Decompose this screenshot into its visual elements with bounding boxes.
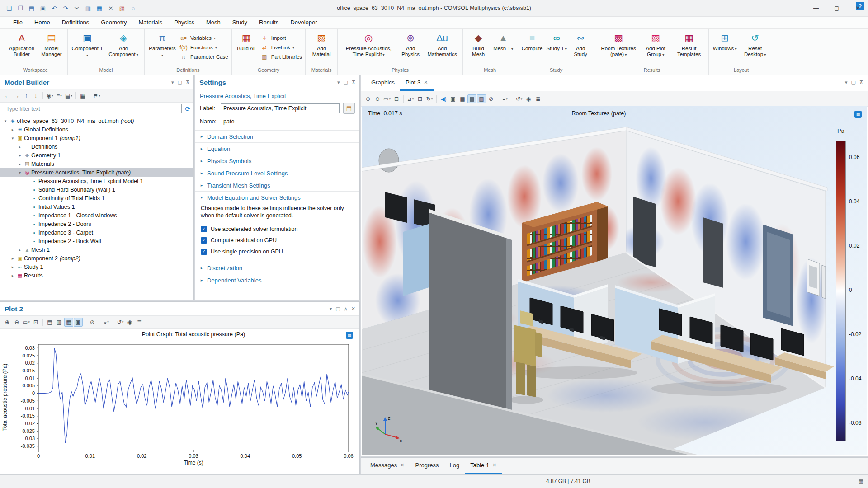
section-header-physics-symbols[interactable]: ▸Physics Symbols (195, 155, 359, 167)
tree-item-impedance-1-closed-windows[interactable]: ▪Impedance 1 - Closed windows (0, 211, 193, 220)
tree-item-component-2[interactable]: ▸▣Component 2(comp2) (0, 254, 193, 263)
ribbon-result-templates-button[interactable]: ▦Result Templates (673, 30, 705, 57)
menu-tab-file[interactable]: File (7, 17, 28, 28)
ribbon-application-builder-button[interactable]: AApplication Builder (7, 30, 37, 57)
menu-tab-mesh[interactable]: Mesh (200, 17, 226, 28)
tree-item-office-space-63-30t0-n4-ma-out-mph[interactable]: ▾◈office_space_63_30T0_N4_ma_out.mph(roo… (0, 117, 193, 125)
menu-tab-materials[interactable]: Materials (132, 17, 168, 28)
ribbon-parameters-button[interactable]: πParameters ▾ (148, 30, 177, 58)
tree-expander-icon[interactable]: ▸ (17, 162, 23, 166)
grid-icon[interactable]: ▦ (64, 318, 73, 327)
move-up-icon[interactable]: ↑ (22, 91, 31, 100)
lock-axes-icon[interactable]: ⊘ (88, 318, 97, 327)
lock-view-icon[interactable]: ⊘ (486, 94, 495, 103)
section-header-dependent-variables[interactable]: ▸Dependent Variables (195, 274, 359, 286)
section-header-discretization[interactable]: ▸Discretization (195, 262, 359, 274)
tab-plot-3[interactable]: Plot 3✕ (400, 75, 433, 91)
ribbon-mesh-1-button[interactable]: ▲Mesh 1 ▾ (493, 30, 514, 52)
save-icon[interactable]: ▤ (26, 3, 37, 14)
rename-button[interactable]: ▤ (343, 103, 355, 114)
ribbon-parameter-case-button[interactable]: πParameter Case (179, 52, 228, 61)
menu-tab-definitions[interactable]: Definitions (56, 17, 95, 28)
name-input[interactable] (221, 117, 296, 126)
section-header-sound-pressure-level-settings[interactable]: ▸Sound Pressure Level Settings (195, 167, 359, 179)
redo-icon[interactable]: ↷ (60, 3, 71, 14)
tree-item-study-1[interactable]: ▸∞Study 1 (0, 263, 193, 271)
zoom-out-icon[interactable]: ⊖ (12, 318, 21, 327)
close-icon[interactable]: ✕ (400, 462, 404, 468)
update-plot-icon[interactable]: ↺▾ (514, 94, 524, 103)
panel-menu-icon[interactable]: ▾ (171, 80, 174, 85)
panel-menu-icon[interactable]: ▾ (330, 306, 332, 312)
tree-item-initial-values-1[interactable]: ▪Initial Values 1 (0, 202, 193, 211)
ribbon-build-mesh-button[interactable]: ◆Build Mesh (466, 30, 491, 57)
menu-tab-geometry[interactable]: Geometry (95, 17, 132, 28)
tree-expander-icon[interactable]: ▸ (17, 145, 23, 149)
graphics-content[interactable]: Time=0.017 s Room Textures (pate) ▦ (362, 106, 867, 455)
section-header-equation[interactable]: ▸Equation (195, 143, 359, 155)
tree-item-impedance-2-brick-wall[interactable]: ▪Impedance 2 - Brick Wall (0, 237, 193, 245)
go-forward-icon[interactable]: → (12, 91, 21, 100)
menu-tab-developer[interactable]: Developer (284, 17, 323, 28)
tree-item-results[interactable]: ▸▦Results (0, 271, 193, 280)
zoom-out-icon[interactable]: ⊖ (373, 94, 382, 103)
panel-pin-icon[interactable]: ⊼ (859, 80, 863, 85)
tree-item-mesh-1[interactable]: ▸▲Mesh 1 (0, 245, 193, 254)
close-icon[interactable]: ✕ (424, 80, 428, 85)
plot-properties-icon[interactable]: ▦ (854, 111, 862, 118)
tree-expander-icon[interactable]: ▸ (9, 256, 16, 261)
show-options-icon[interactable]: ◉▾ (45, 91, 54, 100)
close-icon[interactable]: ✕ (492, 462, 496, 468)
checkbox-use-single-precision-on-gpu[interactable]: ✓ (201, 249, 207, 255)
ribbon-add-component-button[interactable]: ◈Add Component ▾ (106, 30, 141, 58)
zoom-in-icon[interactable]: ⊕ (363, 94, 373, 103)
tab-progress[interactable]: Progress (410, 458, 444, 474)
zoom-box-icon[interactable]: ▭▾ (382, 94, 392, 103)
search-icon[interactable]: ◌ (128, 3, 139, 14)
maximize-button[interactable]: ▢ (826, 0, 847, 16)
play-sound-icon[interactable]: ◀) (439, 94, 448, 103)
ribbon-import-button[interactable]: ↧Import (260, 33, 302, 42)
ribbon-reset-desktop-button[interactable]: ↺Reset Desktop ▾ (740, 30, 770, 58)
tree-item-definitions[interactable]: ▸≡Definitions (0, 142, 193, 151)
undo-icon[interactable]: ↶ (49, 3, 60, 14)
panel-float-icon[interactable]: ▢ (344, 80, 348, 85)
material-rendering-icon[interactable]: ▥ (477, 94, 486, 103)
ribbon-livelink-button[interactable]: ⇄LiveLink▾ (260, 43, 302, 52)
x-log-icon[interactable]: ▥ (55, 318, 64, 327)
tree-item-component-1[interactable]: ▾▣Component 1(comp1) (0, 134, 193, 142)
delete-icon[interactable]: ✕ (105, 3, 116, 14)
environment-reflections-icon[interactable]: ▤ (467, 94, 476, 103)
tab-graphics[interactable]: Graphics (366, 75, 400, 91)
color-theme-icon[interactable]: ◒▾ (500, 94, 509, 103)
menu-tab-physics[interactable]: Physics (168, 17, 200, 28)
tab-log[interactable]: Log (444, 458, 465, 474)
y-log-icon[interactable]: ▤ (45, 318, 54, 327)
filter-refresh-icon[interactable]: ⟳ (185, 105, 190, 113)
panel-menu-icon[interactable]: ▾ (337, 80, 340, 85)
go-back-icon[interactable]: ← (3, 91, 12, 100)
collapse-tree-icon[interactable]: ≡▾ (55, 91, 64, 100)
go-to-view-icon[interactable]: ⊿▾ (406, 94, 415, 103)
move-down-icon[interactable]: ↓ (31, 91, 40, 100)
zoom-extents-icon[interactable]: ⊡ (31, 318, 40, 327)
image-snapshot-icon[interactable]: ◉ (524, 94, 533, 103)
color-theme-icon[interactable]: ◒▾ (102, 318, 111, 327)
menu-tab-home[interactable]: Home (28, 17, 56, 28)
ribbon-model-manager-button[interactable]: ▤Model Manager (39, 30, 64, 57)
section-header-domain-selection[interactable]: ▸Domain Selection (195, 131, 359, 142)
ribbon-add-material-button[interactable]: ▧Add Material (309, 30, 334, 57)
section-header-transient-mesh-settings[interactable]: ▸Transient Mesh Settings (195, 179, 359, 191)
tree-expander-icon[interactable]: ▸ (17, 153, 23, 158)
label-input[interactable] (221, 103, 340, 113)
tree-expander-icon[interactable]: ▾ (2, 119, 9, 123)
tab-messages[interactable]: Messages✕ (365, 458, 410, 474)
ribbon-study-1-button[interactable]: ∞Study 1 ▾ (546, 30, 567, 52)
ribbon-add-study-button[interactable]: ∾Add Study (569, 30, 592, 57)
tree-expander-icon[interactable]: ▸ (9, 127, 16, 132)
tree-item-materials[interactable]: ▸▤Materials (0, 160, 193, 168)
tab-table-1[interactable]: Table 1✕ (465, 458, 502, 474)
print-icon[interactable]: ≣ (135, 318, 144, 327)
new-file-icon[interactable]: ❏ (4, 3, 14, 14)
tree-item-global-definitions[interactable]: ▸⊕Global Definitions (0, 125, 193, 134)
